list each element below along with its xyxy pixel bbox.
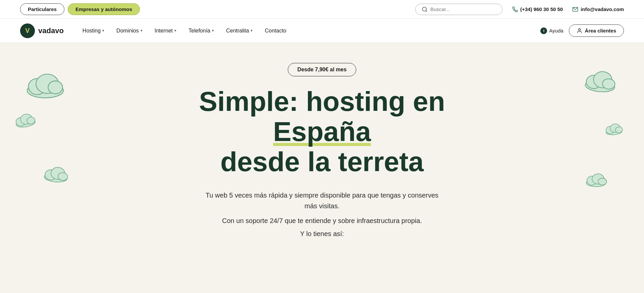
nav-hosting-label: Hosting	[83, 28, 101, 34]
logo[interactable]: V vadavo	[20, 23, 64, 38]
info-icon: i	[540, 27, 547, 34]
nav-dominios[interactable]: Dominios ▾	[111, 24, 148, 37]
top-bar-left: Particulares Empresas y autónomos	[20, 3, 140, 15]
svg-line-1	[426, 10, 427, 11]
nav-internet-label: Internet	[155, 28, 173, 34]
top-bar-right: (+34) 960 30 50 50 info@vadavo.com	[415, 4, 624, 15]
nav-links: Hosting ▾ Dominios ▾ Internet ▾ Telefoní…	[77, 24, 541, 37]
phone-number: (+34) 960 30 50 50	[520, 6, 563, 12]
search-input[interactable]	[430, 6, 496, 12]
cloud-decoration-top-left-1	[23, 71, 67, 100]
search-bar	[415, 4, 502, 15]
logo-icon: V	[20, 23, 35, 38]
nav-dominios-label: Dominios	[116, 28, 139, 34]
chevron-down-icon: ▾	[251, 28, 253, 33]
nav-internet[interactable]: Internet ▾	[149, 24, 182, 37]
nav-right: i Ayuda Área clientes	[540, 24, 624, 37]
hero-cta-text: Y lo tienes así:	[300, 230, 344, 238]
cloud-decoration-top-right-1	[581, 67, 620, 95]
nav-telefonia-label: Telefonía	[189, 28, 210, 34]
particulares-button[interactable]: Particulares	[20, 3, 64, 15]
logo-letter: V	[25, 27, 30, 34]
ayuda-button[interactable]: i Ayuda	[540, 27, 563, 34]
hero-title: Simple: hosting en España desde la terre…	[171, 86, 473, 177]
nav-centralita[interactable]: Centralita ▾	[221, 24, 258, 37]
area-clientes-label: Área clientes	[585, 28, 616, 33]
svg-point-27	[598, 178, 607, 185]
chevron-down-icon: ▾	[141, 28, 143, 33]
hero-subtitle-2: Con un soporte 24/7 que te entiende y so…	[222, 215, 422, 226]
price-badge[interactable]: Desde 7,90€ al mes	[288, 63, 357, 76]
cloud-decoration-mid-right	[584, 171, 608, 188]
user-icon	[577, 28, 582, 33]
hero-section: Desde 7,90€ al mes Simple: hosting en Es…	[0, 43, 644, 251]
svg-point-7	[48, 81, 62, 94]
email-address: info@vadavo.com	[581, 6, 624, 12]
hero-underlined-word: España	[273, 117, 371, 147]
hero-title-line1: Simple: hosting en España	[171, 86, 473, 147]
chevron-down-icon: ▾	[212, 28, 214, 33]
search-icon	[422, 6, 428, 12]
contact-phone: (+34) 960 30 50 50	[512, 6, 563, 12]
nav-contacto[interactable]: Contacto	[259, 24, 291, 37]
nav-telefonia[interactable]: Telefonía ▾	[183, 24, 219, 37]
navbar: V vadavo Hosting ▾ Dominios ▾ Internet ▾…	[0, 19, 644, 43]
hero-subtitle-1: Tu web 5 veces más rápida y siempre disp…	[201, 190, 443, 211]
top-bar: Particulares Empresas y autónomos (+34) …	[0, 0, 644, 19]
email-icon	[572, 6, 578, 12]
nav-centralita-label: Centralita	[226, 28, 249, 34]
svg-point-3	[578, 28, 580, 30]
ayuda-label: Ayuda	[549, 28, 563, 33]
logo-text: vadavo	[38, 26, 64, 35]
nav-hosting[interactable]: Hosting ▾	[77, 24, 110, 37]
phone-icon	[512, 6, 518, 12]
nav-contacto-label: Contacto	[265, 28, 286, 34]
chevron-down-icon: ▾	[102, 28, 104, 33]
empresas-button[interactable]: Empresas y autónomos	[68, 3, 140, 15]
hero-title-line2: desde la terreta	[171, 147, 473, 177]
cloud-decoration-mid-left-bottom	[41, 163, 71, 185]
chevron-down-icon: ▾	[174, 28, 176, 33]
cloud-decoration-mid-left	[12, 110, 39, 130]
contact-email: info@vadavo.com	[572, 6, 624, 12]
area-clientes-button[interactable]: Área clientes	[569, 24, 624, 37]
cloud-decoration-top-right-2	[603, 121, 624, 137]
